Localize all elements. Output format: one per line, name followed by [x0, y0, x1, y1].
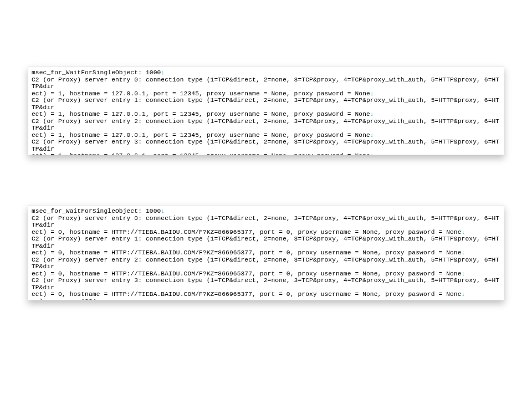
config-dump-text-2: msec_for_WaitForSingleObject: 1000↓ C2 (… — [32, 208, 500, 300]
config-dump-block-2: msec_for_WaitForSingleObject: 1000↓ C2 (… — [28, 205, 504, 300]
config-dump-text-1: msec_for_WaitForSingleObject: 1000↓ C2 (… — [32, 69, 500, 155]
config-dump-block-1: msec_for_WaitForSingleObject: 1000↓ C2 (… — [28, 66, 504, 155]
